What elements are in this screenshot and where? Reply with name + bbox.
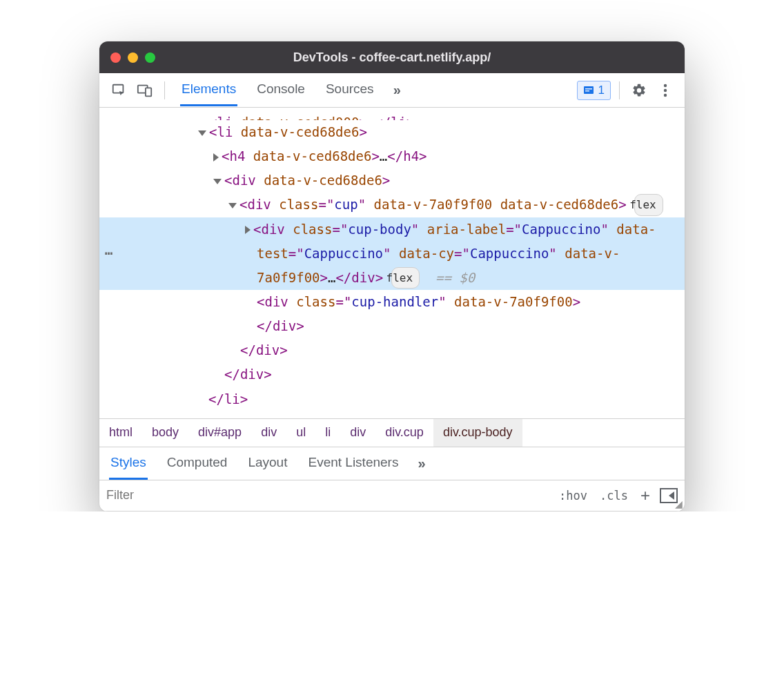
crumb-div2[interactable]: div [340, 419, 375, 447]
crumb-li[interactable]: li [315, 419, 340, 447]
close-icon[interactable] [110, 52, 121, 63]
dom-row-cup[interactable]: <div class="cup" data-v-7a0f9f00 data-v-… [99, 193, 685, 217]
filter-input[interactable] [106, 488, 549, 503]
chevron-right-icon[interactable] [213, 153, 219, 162]
svg-rect-2 [146, 88, 151, 96]
dom-row-cutoff[interactable]: <li data-v-cedcd000>…</li> [99, 110, 685, 120]
gear-icon[interactable] [628, 79, 650, 101]
more-tabs-icon[interactable]: » [418, 447, 425, 480]
main-toolbar: Elements Console Sources » 1 [99, 73, 685, 108]
zoom-icon[interactable] [145, 52, 155, 63]
titlebar: DevTools - coffee-cart.netlify.app/ [99, 41, 685, 73]
tab-sources[interactable]: Sources [324, 74, 375, 106]
dom-tree[interactable]: <li data-v-cedcd000>…</li> <li data-v-ce… [99, 108, 685, 418]
new-style-rule-icon[interactable]: + [638, 486, 653, 505]
resize-grip-icon[interactable]: ◢ [675, 498, 683, 509]
tab-event-listeners[interactable]: Event Listeners [306, 447, 400, 480]
dom-row-selected[interactable]: ⋯ <div class="cup-body" aria-label="Capp… [99, 217, 685, 290]
dom-row-cuphandler[interactable]: <div class="cup-handler" data-v-7a0f9f00… [99, 290, 685, 338]
svg-rect-3 [584, 86, 594, 94]
tab-layout[interactable]: Layout [246, 447, 288, 480]
breadcrumb: html body div#app div ul li div div.cup … [99, 418, 685, 447]
tab-console[interactable]: Console [255, 74, 306, 106]
window-title: DevTools - coffee-cart.netlify.app/ [99, 50, 685, 65]
svg-point-6 [664, 84, 667, 86]
row-actions-icon[interactable]: ⋯ [105, 242, 114, 266]
kebab-menu-icon[interactable] [654, 79, 676, 101]
separator [619, 81, 620, 99]
svg-point-7 [664, 88, 667, 91]
styles-tabs: Styles Computed Layout Event Listeners » [99, 447, 685, 480]
dom-row-h4[interactable]: <h4 data-v-ced68de6>…</h4> [99, 144, 685, 168]
crumb-cup[interactable]: div.cup [375, 419, 433, 447]
chevron-down-icon[interactable] [198, 130, 206, 136]
dom-row-close-li[interactable]: </li> [99, 387, 685, 411]
minimize-icon[interactable] [128, 52, 138, 63]
more-tabs-icon[interactable]: » [393, 82, 401, 98]
svg-point-8 [664, 93, 667, 96]
hov-toggle[interactable]: :hov [556, 489, 590, 503]
separator [164, 81, 165, 99]
flex-badge[interactable]: flex [634, 194, 663, 216]
issues-badge[interactable]: 1 [577, 81, 611, 100]
crumb-app[interactable]: div#app [188, 419, 251, 447]
traffic-lights [110, 52, 155, 63]
crumb-cup-body[interactable]: div.cup-body [433, 419, 522, 447]
dom-row-close-div[interactable]: </div> [99, 362, 685, 387]
dom-row-close-div[interactable]: </div> [99, 338, 685, 362]
devtools-window: DevTools - coffee-cart.netlify.app/ Elem… [99, 41, 685, 512]
issues-count: 1 [598, 84, 605, 97]
flex-badge[interactable]: flex [391, 267, 420, 289]
dom-row-li[interactable]: <li data-v-ced68de6> [99, 120, 685, 144]
panel-tabs: Elements Console Sources [180, 74, 375, 106]
tab-elements[interactable]: Elements [180, 74, 237, 106]
tab-computed[interactable]: Computed [166, 447, 229, 480]
console-reference: == $0 [435, 270, 475, 285]
styles-filter-bar: :hov .cls + ◢ [99, 480, 685, 512]
crumb-body[interactable]: body [142, 419, 188, 447]
tab-styles[interactable]: Styles [109, 447, 148, 480]
chevron-down-icon[interactable] [213, 179, 222, 184]
inspect-element-icon[interactable] [108, 79, 130, 101]
chevron-down-icon[interactable] [228, 203, 237, 208]
crumb-html[interactable]: html [99, 419, 142, 447]
cls-toggle[interactable]: .cls [597, 489, 631, 503]
svg-rect-4 [585, 88, 592, 90]
crumb-div[interactable]: div [251, 419, 286, 447]
svg-rect-5 [585, 90, 589, 92]
dom-row-div[interactable]: <div data-v-ced68de6> [99, 168, 685, 193]
crumb-ul[interactable]: ul [286, 419, 315, 447]
chevron-right-icon[interactable] [245, 226, 251, 234]
device-toolbar-icon[interactable] [134, 79, 156, 101]
